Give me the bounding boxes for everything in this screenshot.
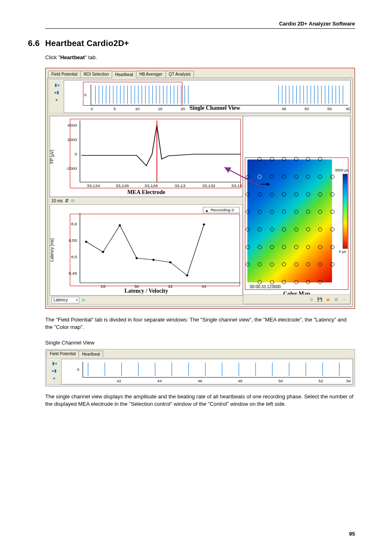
tab-qt-analysis[interactable]: QT Analysis	[166, 71, 194, 78]
svg-text:50: 50	[279, 379, 283, 383]
electrode-dot[interactable]	[294, 245, 298, 249]
electrode-dot[interactable]	[294, 175, 298, 179]
electrode-dot[interactable]	[294, 280, 298, 284]
tab-heartbeat[interactable]: Heartbeat	[112, 71, 136, 78]
electrode-dot[interactable]	[330, 175, 334, 179]
electrode-dot[interactable]	[318, 245, 322, 249]
electrode-dot[interactable]	[306, 227, 310, 231]
electrode-dot[interactable]	[294, 262, 298, 266]
nav-first-icon[interactable]: ▮◂	[54, 82, 60, 88]
section-title: Heartbeat Cardio2D+	[45, 39, 129, 48]
electrode-dot[interactable]	[282, 157, 286, 161]
svg-text:48: 48	[238, 379, 242, 383]
cmap-circle-icon[interactable]: ○	[341, 296, 348, 303]
electrode-dot[interactable]	[270, 157, 274, 161]
tab-field-potential[interactable]: Field Potential	[48, 71, 81, 78]
electrode-dot[interactable]	[306, 157, 310, 161]
fp-controls: 10 ms ⇵ ⟳	[50, 197, 243, 204]
electrode-dot[interactable]	[294, 227, 298, 231]
electrode-dot[interactable]	[270, 280, 274, 284]
nav2-next-icon[interactable]: ▸▮	[51, 368, 57, 374]
svg-text:5: 5	[113, 107, 115, 111]
electrode-dot[interactable]	[258, 210, 262, 214]
lat-ylabel: Latency [ms]	[50, 238, 54, 262]
svg-text:52: 52	[318, 379, 323, 383]
electrode-dot[interactable]	[246, 262, 250, 266]
electrode-dot[interactable]	[270, 210, 274, 214]
nav2-play-icon[interactable]: ▸	[51, 375, 57, 381]
electrode-dot[interactable]	[306, 192, 310, 197]
electrode-dot[interactable]	[294, 210, 298, 214]
nav-play-icon[interactable]: ▸	[54, 97, 60, 102]
electrode-dot[interactable]	[258, 262, 262, 266]
electrode-dot[interactable]	[306, 210, 310, 214]
lat-refresh-icon[interactable]: ⟳	[82, 298, 85, 303]
section-number: 6.6	[28, 39, 45, 48]
scv-small-plot: 0 42 44 46 48 50 52 54	[61, 359, 353, 384]
electrode-dot[interactable]	[330, 227, 334, 231]
fp-refresh-icon[interactable]: ⟳	[71, 199, 74, 203]
electrode-dot[interactable]	[270, 227, 274, 231]
lat-redbox	[70, 214, 240, 286]
subhead-scv: Single Channel View	[45, 340, 355, 346]
latency-plot: Latency [ms] 8,6 8,55 8,5 8,45 28 30 32 …	[50, 204, 243, 296]
electrode-dot[interactable]	[270, 175, 274, 179]
svg-text:55: 55	[327, 107, 332, 111]
electrode-dot[interactable]	[294, 192, 298, 197]
tab2-field-potential[interactable]: Field Potential	[46, 350, 79, 357]
svg-text:20: 20	[181, 107, 185, 111]
electrode-dot[interactable]	[318, 192, 322, 197]
page-header: Cardio 2D+ Analyzer Software	[45, 21, 355, 29]
svg-line-71	[224, 167, 259, 185]
electrode-dot[interactable]	[246, 227, 250, 231]
electrode-dot[interactable]	[306, 175, 310, 179]
electrode-dot[interactable]	[318, 157, 322, 161]
tab-roi-selection[interactable]: ROI Selection	[80, 71, 112, 78]
electrode-dot[interactable]	[282, 210, 286, 214]
intro-text: Click "Heartbeat" tab.	[45, 54, 355, 61]
electrode-dot[interactable]	[318, 262, 322, 266]
electrode-dot[interactable]	[318, 227, 322, 231]
electrode-dot[interactable]	[258, 157, 262, 161]
tab-hb-averager[interactable]: HB Averager	[136, 71, 166, 78]
electrode-dot[interactable]	[330, 192, 334, 197]
nav-next-icon[interactable]: ▸▮	[54, 89, 60, 95]
electrode-dot[interactable]	[282, 175, 286, 179]
svg-text:10: 10	[135, 107, 140, 111]
electrode-dot[interactable]	[270, 262, 274, 266]
electrode-dot[interactable]	[282, 245, 286, 249]
cmap-save-icon[interactable]: 💾	[316, 296, 323, 303]
cmap-grid-icon[interactable]: ⊞	[333, 296, 339, 303]
svg-text:Recording 0: Recording 0	[211, 208, 234, 212]
electrode-dot[interactable]	[294, 157, 298, 161]
electrode-dot[interactable]	[330, 245, 334, 249]
electrode-dot[interactable]	[246, 245, 250, 249]
electrode-dot[interactable]	[282, 227, 286, 231]
cmap-export-icon[interactable]: ⎙	[308, 296, 315, 303]
electrode-dot[interactable]	[306, 245, 310, 249]
electrode-dot[interactable]	[246, 192, 250, 197]
electrode-dot[interactable]	[258, 227, 262, 231]
tab2-heartbeat[interactable]: Heartbeat	[78, 351, 103, 358]
nav2-first-icon[interactable]: ▮◂	[51, 361, 57, 366]
electrode-dot[interactable]	[258, 245, 262, 249]
fp-stepper-icon[interactable]: ⇵	[65, 198, 69, 204]
cmap-record-icon[interactable]: ◉	[325, 296, 331, 303]
latency-select[interactable]: Latency	[51, 297, 79, 303]
para-1: The "Field Potential" tab is divided in …	[45, 316, 355, 331]
color-map-panel: 8500 µs 0 µs 00:00:33.123600 Color Map ⎙…	[243, 116, 350, 304]
electrode-dot[interactable]	[258, 192, 262, 197]
electrode-dot[interactable]	[270, 192, 274, 197]
electrode-dot[interactable]	[282, 192, 286, 197]
electrode-dot[interactable]	[282, 262, 286, 266]
scv-title: Single Channel View	[189, 105, 240, 111]
electrode-dot[interactable]	[318, 175, 322, 179]
electrode-dot[interactable]	[306, 262, 310, 266]
cbar-max-label: 8500 µs	[335, 168, 348, 172]
electrode-dot[interactable]	[318, 210, 322, 214]
color-map-heatmap	[247, 160, 332, 282]
mea-electrode-plot: FP [µV] 4000 2000 0 -2000 33,124 33,126 …	[50, 116, 243, 197]
electrode-dot[interactable]	[246, 210, 250, 214]
scv-redbox	[83, 82, 182, 106]
electrode-dot[interactable]	[270, 245, 274, 249]
